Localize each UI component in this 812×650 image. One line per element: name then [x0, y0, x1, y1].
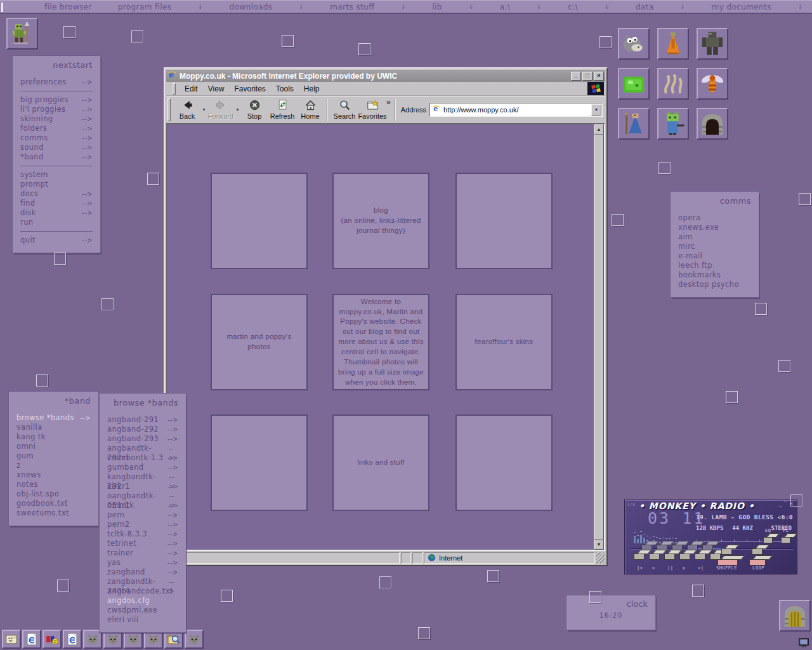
taskbar-button-cat-face[interactable] [103, 630, 122, 649]
taskbar-button-cat-face[interactable] [83, 630, 102, 649]
maximize-button[interactable]: □ [582, 72, 593, 81]
menu-item-pern2[interactable]: pern2--> [100, 520, 186, 529]
desktop-icon-orange-monk[interactable] [657, 28, 689, 60]
folder-drop-arrow[interactable]: ↓ [468, 3, 474, 11]
menu-item-angband-292[interactable]: angband-292--> [100, 425, 186, 434]
menu-item-prompt[interactable]: prompt [13, 180, 100, 189]
menu-item-trainer[interactable]: trainer--> [100, 548, 186, 558]
toolbar-overflow-chevron[interactable]: » [386, 98, 391, 107]
menu-item-angbandcode-txt[interactable]: angbandcode.txt [100, 587, 186, 596]
radio-shuffle-button[interactable] [721, 545, 737, 556]
menu-item-z[interactable]: z [9, 461, 98, 470]
menu-item-find[interactable]: find--> [13, 199, 100, 208]
menu-item-oangbandtk-051r1[interactable]: oangbandtk-051r1--> [100, 491, 186, 501]
cell-skins[interactable]: fearoffour's skins [455, 294, 553, 390]
menu-item-cwsdpmi-exe[interactable]: cwsdpmi.exe [100, 606, 186, 615]
topbar-item-c[interactable]: c:\ [568, 3, 578, 11]
menu-item-kangbandtk-292r1[interactable]: kangbandtk-292r1--> [100, 472, 186, 482]
radio-next-button[interactable] [695, 550, 710, 561]
forward-dropdown-arrow[interactable]: ▼ [235, 98, 240, 122]
taskbar-button-cat-face[interactable] [144, 630, 163, 649]
menu-item-li-l-proggies[interactable]: li'l proggies--> [13, 105, 100, 114]
forward-button[interactable]: Forward [207, 98, 235, 122]
menu-item-gumband[interactable]: gumband--> [100, 463, 186, 472]
refresh-button[interactable]: Refresh [268, 98, 296, 122]
address-dropdown-button[interactable]: ▼ [591, 104, 601, 116]
radio-loop-button[interactable] [752, 545, 767, 556]
back-dropdown-arrow[interactable]: ▼ [201, 98, 207, 122]
folder-drop-arrow[interactable]: ↓ [797, 3, 803, 11]
home-button[interactable]: Home [296, 98, 324, 122]
menu-item-vanilla[interactable]: vanilla [9, 423, 98, 432]
menu-item-kang-tk[interactable]: kang tk [9, 432, 98, 442]
radio-prev-button[interactable] [634, 550, 649, 561]
menu-item-angdos-cfg[interactable]: angdos.cfg [100, 596, 186, 606]
desktop-icon-dark-door[interactable] [697, 108, 728, 140]
taskbar-button-cat-face[interactable] [124, 630, 143, 649]
taskbar-button-search-folder[interactable] [164, 630, 183, 649]
menu-item-skinning[interactable]: skinning--> [13, 114, 100, 124]
menu-item-bookmarks[interactable]: bookmarks [671, 270, 759, 280]
folder-drop-arrow[interactable]: ↓ [680, 3, 686, 11]
cell-photos[interactable]: martin and poppy's photos [211, 294, 308, 390]
desktop-icon-tentacles[interactable] [657, 68, 689, 100]
menu-item-mirc[interactable]: mirc [671, 242, 759, 251]
taskbar-button-cat-face[interactable] [185, 630, 204, 649]
menu-item-angband-291[interactable]: angband-291--> [100, 415, 186, 425]
menu-item-opera[interactable]: opera [671, 213, 759, 223]
cell-links[interactable]: links and stuff [332, 415, 429, 511]
menu-item-eleri-viii[interactable]: eleri viii [100, 615, 186, 625]
stop-button[interactable]: Stop [240, 98, 268, 122]
radio-playlist-button[interactable] [781, 533, 795, 545]
menu-item-docs[interactable]: docs--> [13, 189, 100, 199]
ie-menu-favorites[interactable]: Favorites [229, 84, 270, 93]
favorites-button[interactable]: Favorites [358, 98, 386, 122]
menu-item-goodbook-txt[interactable]: goodbook.txt [9, 499, 98, 508]
folder-drop-arrow[interactable]: ↓ [604, 3, 610, 11]
menu-item-comms[interactable]: comms--> [13, 133, 100, 143]
menu-item-commontk-1-3[interactable]: commontk-1.3--> [100, 453, 186, 463]
vertical-scrollbar[interactable]: ▲ ▼ [594, 124, 604, 550]
close-button[interactable]: × [594, 72, 604, 81]
address-input[interactable]: e http://www.moppy.co.uk/ ▼ [429, 103, 603, 117]
topbar-item-my-documents[interactable]: my documents [712, 3, 771, 11]
topbar-item-data[interactable]: data [636, 3, 654, 11]
radio-minimize-button[interactable]: _ [779, 501, 782, 507]
menu-item-yas[interactable]: yas--> [100, 558, 186, 567]
topbar-item-downloads[interactable]: downloads [229, 3, 272, 11]
menu-item-zangbandtk-240r4[interactable]: zangbandtk-240r4--> [100, 577, 186, 587]
folder-drop-arrow[interactable]: ↓ [536, 3, 542, 11]
ie-menu-help[interactable]: Help [299, 84, 325, 93]
radio-loop-indicator[interactable] [749, 555, 770, 567]
desktop-icon-orc-spearman[interactable] [6, 18, 38, 50]
folder-drop-arrow[interactable]: ↓ [197, 3, 203, 11]
desktop-icon-gimp-wilber[interactable] [618, 28, 650, 60]
menu-item-omni[interactable]: omni [9, 442, 98, 451]
menu-item-preferences[interactable]: preferences--> [13, 77, 100, 87]
radio-shade-button[interactable]: ‾ [784, 501, 787, 507]
menu-item-browse-bands[interactable]: browse *bands--> [9, 413, 98, 423]
taskbar-button-mirc[interactable] [43, 630, 62, 649]
menu-item-angband-293[interactable]: angband-293--> [100, 434, 186, 444]
menu-item-aim[interactable]: aim [671, 232, 759, 242]
menu-item-big-proggies[interactable]: big proggies--> [13, 95, 100, 105]
desktop-icon-cat-gunner[interactable] [657, 108, 689, 140]
menu-item-pern[interactable]: pern--> [100, 510, 186, 520]
cell-blog[interactable]: blog (an online, links-littered journal … [332, 173, 429, 269]
folder-drop-arrow[interactable]: ↓ [298, 3, 304, 11]
radio-play-button[interactable] [649, 550, 664, 561]
topbar-item-file-browser[interactable]: file browser [44, 3, 92, 11]
menu-item-system[interactable]: system [13, 170, 100, 180]
topbar-item-lib[interactable]: lib [432, 3, 442, 11]
search-button[interactable]: Search [331, 98, 358, 122]
menu-item-leech-ftp[interactable]: leech ftp [671, 261, 759, 270]
tray-monitor-icon[interactable] [797, 637, 810, 648]
menu-item-sound[interactable]: sound--> [13, 143, 100, 152]
desktop-icon-wasp[interactable] [697, 68, 728, 100]
radio-shuffle-indicator[interactable] [717, 555, 742, 567]
radio-stop-button[interactable] [679, 550, 695, 561]
ie-menu-view[interactable]: View [203, 84, 230, 93]
desktop-icon-stone-golem[interactable] [697, 28, 728, 60]
back-button[interactable]: Back [173, 98, 201, 122]
menu-item-e-mail[interactable]: e-mail [671, 251, 759, 261]
